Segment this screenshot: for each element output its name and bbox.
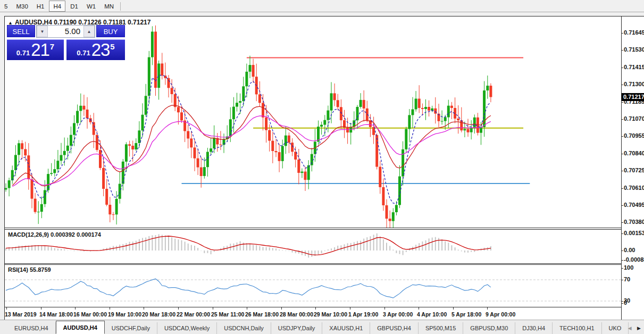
time-axis-label: 29 Mar 10:00 (314, 311, 347, 318)
macd-axis-label: 0.001538 (624, 230, 644, 236)
chart-tab-tech100-h1[interactable]: TECH100,H1 (553, 322, 601, 334)
candlestick-chart-area[interactable] (5, 16, 621, 228)
macd-axis-label: 0.00 (624, 247, 635, 253)
chart-tab-uko[interactable]: UKO (602, 322, 629, 334)
timeframe-button-w1[interactable]: W1 (83, 1, 99, 12)
time-axis-tick (178, 307, 179, 310)
axis-tick (621, 303, 623, 304)
axis-tick (621, 85, 623, 85)
time-axis-tick (110, 307, 110, 310)
chart-tab-usdcnh-daily[interactable]: USDCNH,Daily (217, 322, 271, 334)
axis-tick (621, 33, 623, 34)
macd-signal-line (6, 236, 491, 255)
timeframe-button-h4[interactable]: H4 (49, 1, 65, 12)
time-axis-label: 14 Mar 18:00 (39, 311, 73, 318)
panel-separator (5, 264, 621, 265)
price-axis-label: 0.70840 (624, 150, 644, 156)
panel-separator (5, 228, 621, 228)
time-axis: 13 Mar 201914 Mar 18:0016 Mar 00:0019 Ma… (5, 307, 621, 320)
timeframe-button-5[interactable]: 5 (1, 1, 11, 12)
tab-scroll-left-icon[interactable]: ◀ (626, 325, 634, 331)
time-axis-label: 19 Mar 10:00 (108, 311, 141, 318)
timeframe-button-d1[interactable]: D1 (66, 1, 82, 12)
time-axis-label: 5 Apr 18:00 (451, 311, 481, 318)
rsi-svg (5, 265, 621, 307)
chart-tab-usdjpy-daily[interactable]: USDJPY,Daily (271, 322, 323, 334)
time-axis-label: 9 Apr 00:00 (486, 311, 515, 318)
axis-tick (621, 68, 623, 68)
chart-window: ▲AUDUSD,H4 0.71190 0.71226 0.71181 0.712… (4, 16, 644, 320)
current-price-badge: 0.71217 (622, 93, 644, 101)
timeframe-button-mn[interactable]: MN (101, 1, 118, 12)
time-axis-tick (6, 307, 7, 310)
price-axis-label: 0.71070 (624, 115, 644, 122)
rsi-label: RSI(14) 55.8759 (8, 266, 51, 273)
chart-tab-gbpusd-m30[interactable]: GBPUSD,M30 (463, 322, 515, 334)
chart-tab-usdchf-daily[interactable]: USDCHF,Daily (105, 322, 157, 334)
tab-scroll-buttons: ◀ ▶ (626, 325, 643, 331)
time-axis-label: 20 Mar 18:00 (142, 311, 175, 318)
price-axis-label: 0.70495 (624, 202, 644, 208)
rsi-line (6, 279, 491, 298)
time-axis-tick (41, 307, 41, 310)
time-axis-label: 4 Apr 10:00 (417, 311, 447, 318)
time-axis-tick (75, 307, 76, 310)
axis-tick (621, 205, 623, 206)
panel-separator (5, 229, 621, 230)
axis-tick (621, 280, 623, 280)
axis-tick (621, 233, 623, 234)
axis-tick (621, 260, 623, 261)
tab-scroll-right-icon[interactable]: ▶ (635, 325, 643, 331)
chart-tab-gbpusd-h4[interactable]: GBPUSD,H4 (370, 322, 419, 334)
time-axis-tick (315, 307, 316, 310)
chart-tab-audusd-h4[interactable]: AUDUSD,H4 (56, 321, 105, 334)
time-axis-label: 26 Mar 18:00 (245, 311, 279, 318)
ma-slow (12, 116, 491, 187)
price-axis-label: 0.71415 (624, 64, 644, 70)
time-axis-label: 1 Apr 19:00 (348, 311, 378, 318)
panel-separator (5, 263, 621, 264)
chart-tab-eurusd-h4[interactable]: EURUSD,H4 (7, 322, 56, 334)
axis-tick (621, 250, 623, 251)
timeframe-button-m30[interactable]: M30 (12, 1, 31, 12)
time-axis-tick (384, 307, 385, 310)
axis-tick (621, 119, 623, 120)
axis-tick (621, 222, 623, 223)
chart-tab-usdcad-weekly[interactable]: USDCAD,Weekly (157, 322, 217, 334)
time-axis-label: 16 Mar 00:00 (73, 311, 107, 318)
time-axis-tick (247, 307, 247, 310)
timeframe-toolbar: 5M30H1H4D1W1MN (0, 0, 644, 12)
time-axis-label: 13 Mar 2019 (5, 311, 37, 318)
candlestick-svg (5, 16, 621, 228)
rsi-axis-label: 100 (624, 264, 633, 271)
rsi-axis-label: 70 (624, 276, 630, 282)
price-axis-label: 0.70380 (624, 219, 644, 225)
timeframe-button-h1[interactable]: H1 (33, 1, 48, 12)
axis-tick (621, 136, 623, 137)
axis-tick (621, 102, 623, 103)
axis-tick (621, 171, 623, 171)
axis-tick (621, 50, 623, 51)
price-axis-separator (621, 16, 622, 320)
time-axis-tick (419, 307, 419, 310)
price-axis-label: 0.70955 (624, 132, 644, 139)
axis-tick (621, 268, 623, 269)
chart-tab-bar: EURUSD,H4AUDUSD,H4USDCHF,DailyUSDCAD,Wee… (0, 320, 644, 334)
price-axis-label: 0.71530 (624, 46, 644, 53)
time-axis-label: 22 Mar 00:00 (177, 311, 210, 318)
chart-tab-sp500-m15[interactable]: SP500,M15 (419, 322, 463, 334)
time-axis-tick (281, 307, 282, 310)
rsi-indicator-area[interactable] (5, 265, 621, 307)
chart-tab-dj30-h4[interactable]: DJ30,H4 (515, 322, 553, 334)
price-axis-label: 0.70725 (624, 167, 644, 173)
axis-tick (621, 154, 623, 154)
panel-separator (5, 307, 621, 307)
time-axis-tick (213, 307, 213, 310)
time-axis-tick (453, 307, 454, 310)
time-axis-label: 25 Mar 11:00 (211, 311, 244, 318)
chart-tab-xauusd-h1[interactable]: XAUUSD,H1 (322, 322, 370, 334)
axis-tick (621, 301, 623, 302)
price-axis-label: 0.71645 (624, 29, 644, 36)
toolbar-separator (120, 2, 121, 11)
price-axis-label: 0.71300 (624, 81, 644, 87)
